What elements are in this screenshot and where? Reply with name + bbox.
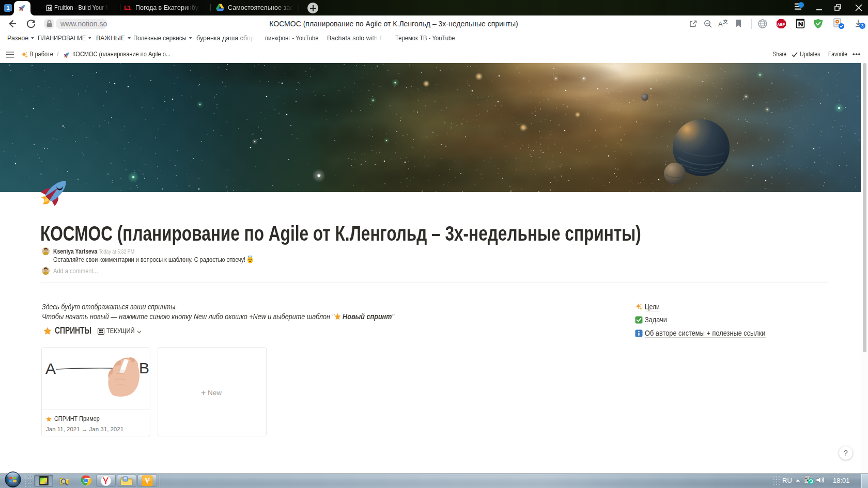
- svg-text:ABP: ABP: [778, 23, 785, 26]
- svg-text:B: B: [139, 359, 149, 376]
- svg-text:A: A: [45, 360, 56, 377]
- svg-text:3: 3: [861, 23, 864, 28]
- svg-text:A: A: [718, 20, 723, 28]
